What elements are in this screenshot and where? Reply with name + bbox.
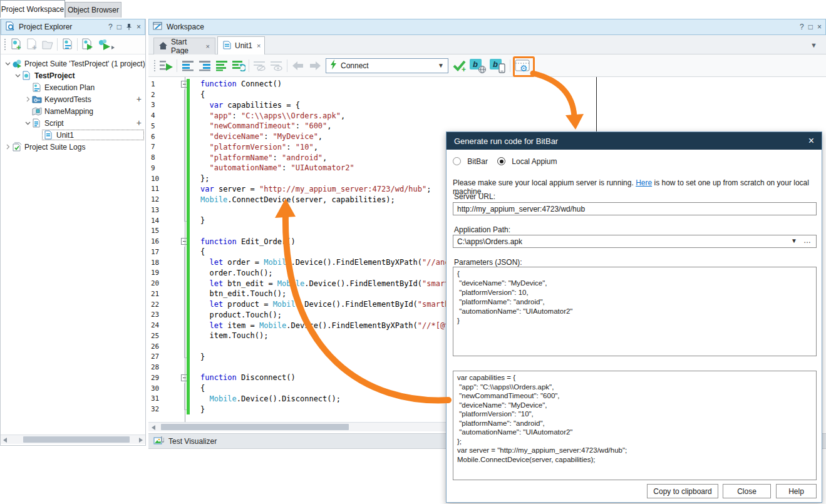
line-number: 7 [148,143,177,151]
tree-item-label: Unit1 [56,131,74,140]
here-link[interactable]: Here [636,178,652,187]
dialog-close-icon[interactable]: × [808,135,814,147]
project-explorer-hscrollbar[interactable] [1,435,145,444]
code-line[interactable]: 3 var capabilities = { [148,100,596,111]
format-indent-right-icon[interactable] [196,58,213,74]
tree-item-label: Project Suite Logs [24,143,85,152]
hide-comments-icon-disabled[interactable] [251,58,268,74]
line-number: 32 [148,405,177,413]
close-button[interactable]: Close [723,484,771,498]
tab-list-dropdown-icon[interactable]: ▼ [810,41,817,49]
tab-object-browser[interactable]: Object Browser [65,2,121,18]
document-tabstrip: Start Page × Unit1 × ▼ [148,35,826,54]
scrollbar-thumb[interactable] [161,424,349,430]
keyword-icon [32,95,43,104]
help-icon[interactable]: ? [800,23,804,31]
code-line[interactable]: 5 "newCommandTimeout": "600", [148,121,596,131]
navigate-back-icon-disabled[interactable] [289,58,306,74]
close-icon[interactable]: × [817,23,822,31]
show-comments-icon-disabled[interactable] [268,58,285,74]
add-new-item-button-disabled[interactable]: + [24,37,39,52]
radio-bitbar-circle[interactable] [453,157,461,165]
format-all-icon[interactable] [213,58,230,74]
add-new-project-button[interactable]: + [8,37,24,52]
tree-item-namemapping[interactable]: NameMapping [1,105,145,117]
chevron-expanded-icon[interactable] [13,72,22,80]
run-routine-button[interactable] [158,58,175,74]
tab-unit1[interactable]: Unit1 × [217,36,265,54]
radio-local-appium-circle[interactable] [497,157,505,165]
help-button[interactable]: Help [776,484,817,498]
radio-bitbar[interactable]: BitBar [453,157,488,166]
chevron-collapsed-icon[interactable] [3,143,12,151]
run-project-suite-button[interactable] [95,37,116,52]
close-tab-icon[interactable]: × [257,42,261,49]
chevron-down-icon[interactable]: ▼ [791,237,797,244]
dialog-titlebar[interactable]: Generate run code for BitBar × [447,132,822,150]
syntax-check-button[interactable]: + [451,58,468,74]
line-number: 9 [148,164,177,172]
gutter-divider [185,77,185,422]
chevron-down-icon[interactable]: ▼ [438,62,444,69]
tree-item-unit1[interactable]: Unit1 [1,129,145,141]
chevron-collapsed-icon[interactable] [23,96,32,103]
code-line[interactable]: 1function Connect() [148,79,596,90]
line-number: 28 [148,363,177,371]
workspace-icon [153,21,163,33]
browse-ellipsis-button[interactable]: … [803,236,811,245]
add-existing-item-button-disabled[interactable] [39,37,55,52]
scroll-left-icon[interactable] [3,438,7,443]
maximize-icon[interactable]: □ [808,23,813,31]
tree-item-testproject[interactable]: TestProject [1,69,145,81]
chevron-expanded-icon[interactable] [3,60,12,68]
navigate-forward-icon-disabled[interactable] [306,58,323,74]
code-line[interactable]: 4 "app": "C:\\apps\\Orders.apk", [148,110,596,121]
highlight-box [513,56,535,77]
tree-item-execution-plan[interactable]: Execution Plan [1,81,145,93]
toolbar-grip[interactable] [153,59,156,72]
chevron-spacer [23,84,32,91]
chevron-expanded-icon[interactable] [23,120,32,127]
tree-item-script[interactable]: Script+ [1,117,145,129]
add-item-button[interactable]: + [137,94,142,104]
server-url-input[interactable]: http://my_appium_server:4723/wd/hub [453,202,817,215]
scroll-right-icon[interactable] [139,438,143,443]
line-number: 1 [148,80,177,88]
code-text: "platformVersion": "10", [192,143,318,152]
add-item-button[interactable]: + [137,118,142,128]
toolbar-grip[interactable] [4,38,6,51]
code-text: } [192,216,205,225]
parameters-json-textarea[interactable]: { "deviceName": "MyDevice", "platformVer… [453,267,817,356]
scrollbar-thumb[interactable] [23,436,130,443]
tab-project-workspace[interactable]: Project Workspace [0,0,65,18]
copy-to-clipboard-button[interactable]: Copy to clipboard [647,484,718,498]
generate-crossbrowser-code-button[interactable]: b [468,58,488,74]
line-number: 5 [148,122,177,130]
close-icon[interactable]: × [137,23,141,31]
run-project-button[interactable] [80,37,95,52]
line-number: 11 [148,185,177,193]
application-path-combobox[interactable]: C:\apps\Orders.apk ▼ … [453,235,817,248]
generated-code-textarea[interactable]: var capabilities = { "app": "C:\\apps\\O… [453,371,817,480]
line-number: 31 [148,394,177,403]
maximize-icon[interactable]: □ [117,23,121,31]
close-tab-icon[interactable]: × [206,43,210,50]
radio-local-appium[interactable]: Local Appium [497,157,557,166]
routine-select-combobox[interactable]: Connect ▼ [326,58,448,73]
format-indent-left-icon[interactable] [179,58,196,74]
tree-item-project-suite-testproject-1-project-[interactable]: Project Suite 'TestProject' (1 project) [1,58,145,69]
code-text: btn_edit.Touch(); [192,289,286,298]
tree-item-label: KeywordTests [44,95,91,104]
organize-tests-button[interactable] [59,37,75,52]
generate-mobile-run-code-button[interactable]: b [488,58,508,74]
scroll-left-icon[interactable] [152,425,155,430]
tree-item-keywordtests[interactable]: KeywordTests+ [1,93,145,105]
tab-start-page[interactable]: Start Page × [153,38,215,54]
line-number: 6 [148,133,177,141]
pin-icon[interactable] [126,23,132,31]
format-revert-icon[interactable] [230,58,247,74]
svg-text:+: + [462,65,466,72]
help-icon[interactable]: ? [108,23,113,31]
tree-item-project-suite-logs[interactable]: Project Suite Logs [1,141,145,153]
code-line[interactable]: 2{ [148,90,596,100]
